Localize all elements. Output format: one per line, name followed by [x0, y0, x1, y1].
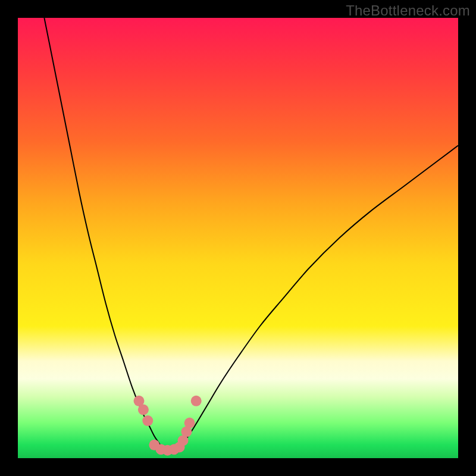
curve-layer: [18, 18, 458, 458]
marker-dots: [134, 396, 202, 456]
left-curve: [44, 18, 167, 454]
marker-dot: [138, 405, 149, 415]
marker-dot: [191, 396, 202, 406]
marker-dot: [184, 418, 195, 428]
chart-frame: TheBottleneck.com: [0, 0, 476, 476]
right-curve: [176, 146, 458, 454]
marker-dot: [142, 415, 153, 426]
plot-area: [18, 18, 458, 458]
watermark-text: TheBottleneck.com: [346, 2, 470, 19]
